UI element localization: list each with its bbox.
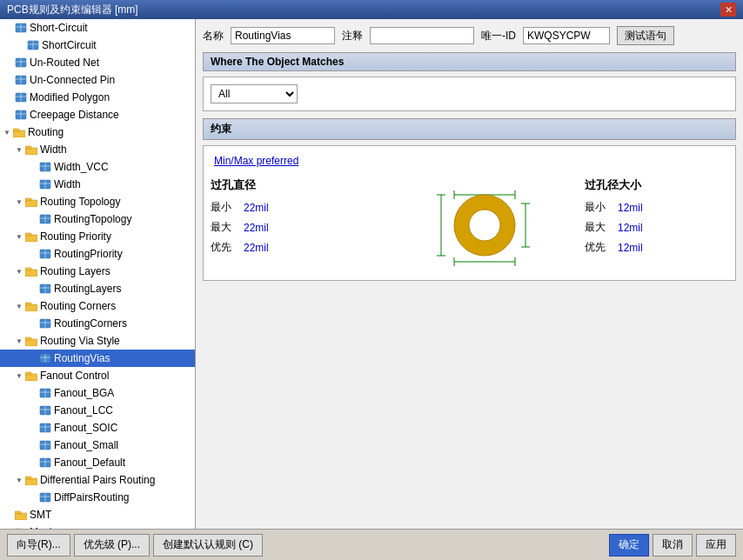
tree-expand-icon: ▼	[16, 198, 23, 206]
constraint-row: 最小22mil	[211, 200, 385, 215]
folder-icon	[14, 525, 28, 529]
tree-item-label: Un-Connected Pin	[30, 74, 115, 86]
tree-item-label: Routing	[28, 126, 64, 138]
tree-item[interactable]: ▼Routing Via Style	[0, 332, 195, 350]
constraint-value[interactable]: 22mil	[244, 222, 269, 234]
tree-item-label: Fanout_Default	[54, 457, 125, 469]
hole-size-title: 过孔径大小	[585, 177, 689, 193]
svg-rect-21	[25, 146, 31, 149]
tree-item[interactable]: Un-Connected Pin	[0, 71, 195, 89]
where-select[interactable]: All	[211, 84, 298, 103]
constraint-value[interactable]: 22mil	[244, 242, 269, 254]
title-text: PCB规则及约束编辑器 [mm]	[7, 3, 138, 17]
tree-item-label: Width_VCC	[54, 161, 109, 173]
tree-item-label: Width	[40, 143, 67, 156]
tree-item-label: Routing Topology	[40, 196, 121, 208]
title-bar: PCB规则及约束编辑器 [mm] ✕	[0, 0, 743, 19]
svg-rect-76	[15, 511, 21, 514]
tree-item[interactable]: Modified Polygon	[0, 89, 195, 106]
tree-item[interactable]: ▼Routing Corners	[0, 297, 195, 315]
test-button[interactable]: 测试语句	[617, 26, 674, 45]
constraint-content: 过孔直径 最小22mil最大22mil优先22mil	[211, 177, 728, 273]
wizard-button[interactable]: 向导(R)...	[7, 534, 70, 557]
tree-item[interactable]: ▼Differential Pairs Routing	[0, 471, 195, 489]
tree-item[interactable]: RoutingVias	[0, 350, 195, 367]
via-diameter-title: 过孔直径	[211, 177, 385, 193]
tree-item[interactable]: Mask	[0, 523, 195, 529]
constraint-label-right: 最大	[585, 220, 611, 235]
tree-item[interactable]: ▼Width	[0, 141, 195, 158]
name-input[interactable]	[231, 27, 335, 44]
close-button[interactable]: ✕	[720, 3, 736, 17]
rule-icon	[38, 247, 52, 261]
id-label: 唯一-ID	[481, 29, 516, 43]
folder-icon	[24, 473, 38, 487]
ok-button[interactable]: 确定	[609, 534, 649, 557]
tree-item[interactable]: SMT	[0, 506, 195, 523]
tree-item-label: Fanout Control	[40, 370, 109, 382]
tree-item-label: Routing Via Style	[40, 335, 120, 347]
tree-item[interactable]: RoutingTopology	[0, 210, 195, 228]
rule-icon	[38, 177, 52, 191]
tree-item[interactable]: Width	[0, 176, 195, 193]
tree-item[interactable]: RoutingCorners	[0, 315, 195, 332]
cancel-button[interactable]: 取消	[653, 534, 693, 557]
rule-icon	[38, 438, 52, 452]
constraint-value[interactable]: 22mil	[244, 202, 269, 214]
tree-item[interactable]: Un-Routed Net	[0, 54, 195, 71]
right-panel: 名称 注释 唯一-ID 测试语句 Where The Object Matche…	[196, 19, 743, 529]
rule-icon	[26, 38, 40, 52]
tree-item[interactable]: Fanout_Small	[0, 437, 195, 454]
constraint-value-right[interactable]: 12mil	[618, 222, 643, 234]
tab-minmax[interactable]: Min/Max preferred	[211, 153, 302, 169]
svg-rect-49	[25, 337, 31, 340]
main-container: Short-CircuitShortCircuitUn-Routed NetUn…	[0, 19, 743, 529]
tree-item[interactable]: RoutingPriority	[0, 245, 195, 263]
tree-item-label: SMT	[30, 509, 51, 521]
tree-expand-icon: ▼	[16, 268, 23, 276]
tree-expand-icon: ▼	[16, 146, 23, 154]
note-label: 注释	[342, 29, 363, 43]
constraint-value-right[interactable]: 12mil	[618, 242, 643, 254]
tree-expand-icon: ▼	[16, 372, 23, 380]
tree-item-label: Modified Polygon	[30, 91, 110, 103]
tree-item[interactable]: ▼Routing Layers	[0, 263, 195, 280]
tree-item-label: Short-Circuit	[30, 22, 88, 34]
tree-expand-icon: ▼	[16, 233, 23, 241]
tree-item[interactable]: Creepage Distance	[0, 106, 195, 123]
tree-item-label: Un-Routed Net	[30, 57, 99, 69]
svg-point-104	[469, 210, 500, 241]
tree-item[interactable]: Fanout_SOIC	[0, 419, 195, 437]
svg-rect-34	[25, 233, 31, 236]
tree-item[interactable]: ▼Routing Topology	[0, 193, 195, 210]
tree-expand-icon: ▼	[3, 129, 10, 137]
tree-item[interactable]: ▼Routing	[0, 123, 195, 141]
tree-panel: Short-CircuitShortCircuitUn-Routed NetUn…	[0, 19, 196, 529]
folder-icon	[24, 334, 38, 348]
constraint-value-right[interactable]: 12mil	[618, 202, 643, 214]
constraint-label-right: 最小	[585, 200, 611, 215]
priority-button[interactable]: 优先级 (P)...	[74, 534, 150, 557]
rule-icon	[14, 73, 28, 87]
id-input[interactable]	[523, 27, 610, 44]
tree-item[interactable]: Width_VCC	[0, 158, 195, 176]
constraint-label: 最大	[211, 220, 237, 235]
tree-item[interactable]: DiffPairsRouting	[0, 489, 195, 506]
create-default-button[interactable]: 创建默认认规则 (C)	[153, 534, 263, 557]
rule-icon	[38, 490, 52, 504]
tree-item[interactable]: Short-Circuit	[0, 19, 195, 37]
tree-item[interactable]: ▼Routing Priority	[0, 228, 195, 245]
tree-item[interactable]: RoutingLayers	[0, 280, 195, 297]
apply-button[interactable]: 应用	[696, 534, 736, 557]
tree-item[interactable]: Fanout_BGA	[0, 384, 195, 402]
tree-item[interactable]: Fanout_LCC	[0, 402, 195, 419]
tree-item[interactable]: Fanout_Default	[0, 454, 195, 471]
rule-icon	[38, 317, 52, 330]
folder-icon	[12, 125, 26, 139]
note-input[interactable]	[370, 27, 474, 44]
tree-item[interactable]: ShortCircuit	[0, 37, 195, 54]
constraint-section: Min/Max preferred 过孔直径 最小22mil最大22mil优先2…	[203, 145, 736, 281]
folder-icon	[24, 230, 38, 243]
tree-item[interactable]: ▼Fanout Control	[0, 367, 195, 384]
tree-item-label: Mask	[30, 526, 55, 529]
